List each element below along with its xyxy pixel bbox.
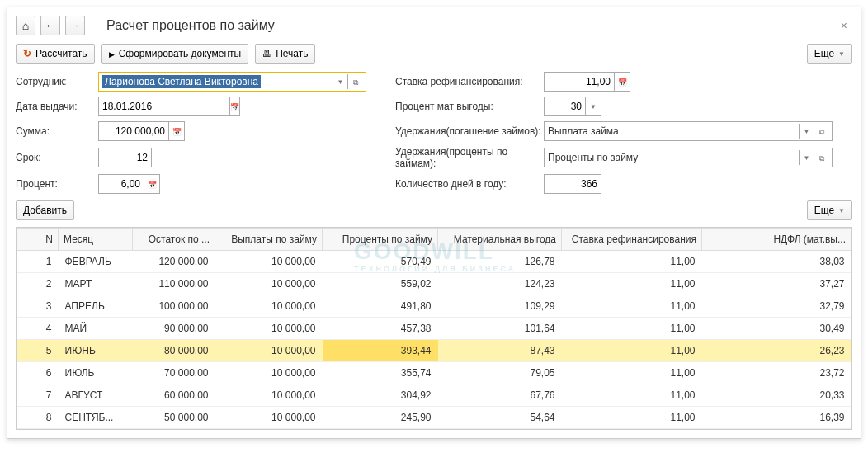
- print-button[interactable]: Печать: [255, 44, 315, 64]
- play-icon: [109, 48, 115, 59]
- dropdown-icon[interactable]: ▼: [799, 124, 814, 139]
- ded-int-label: Удержания(проценты по займам):: [395, 146, 544, 169]
- col-benefit[interactable]: Материальная выгода: [438, 229, 562, 251]
- ded-repay-select[interactable]: Выплата займа ▼: [544, 121, 833, 141]
- percent-input[interactable]: [98, 174, 144, 194]
- arrow-left-icon: [45, 20, 55, 31]
- table-row[interactable]: 6ИЮЛЬ70 000,0010 000,00355,7479,0511,002…: [17, 362, 851, 384]
- col-refin[interactable]: Ставка рефинансирования: [562, 229, 702, 251]
- sum-label: Сумма:: [16, 125, 98, 137]
- table-row[interactable]: 3АПРЕЛЬ100 000,0010 000,00491,80109,2911…: [17, 295, 851, 318]
- dropdown-icon[interactable]: ▼: [799, 150, 814, 165]
- more-button[interactable]: Еще ▼: [807, 44, 852, 64]
- col-payment[interactable]: Выплаты по займу: [215, 229, 323, 251]
- calculate-button[interactable]: Рассчитать: [16, 44, 95, 64]
- dropdown-icon[interactable]: ▼: [585, 97, 601, 116]
- days-input[interactable]: [544, 174, 601, 194]
- close-button[interactable]: ×: [836, 17, 852, 34]
- home-icon: [22, 19, 29, 32]
- calendar-icon[interactable]: [229, 97, 240, 116]
- schedule-table[interactable]: N Месяц Остаток по ... Выплаты по займу …: [17, 228, 851, 429]
- employee-label: Сотрудник:: [16, 76, 98, 87]
- calc-icon[interactable]: [614, 72, 630, 92]
- refresh-icon: [23, 48, 31, 59]
- col-interest[interactable]: Проценты по займу: [323, 229, 438, 251]
- matv-label: Процент мат выгоды:: [395, 101, 544, 112]
- term-label: Срок:: [16, 152, 98, 163]
- ded-repay-label: Удержания(погашение займов):: [395, 125, 544, 137]
- col-month[interactable]: Месяц: [59, 229, 133, 251]
- ded-int-select[interactable]: Проценты по займу ▼: [544, 148, 833, 167]
- arrow-right-icon: [70, 20, 80, 31]
- date-label: Дата выдачи:: [16, 101, 98, 112]
- table-row[interactable]: 1ФЕВРАЛЬ120 000,0010 000,00570,49126,781…: [17, 251, 851, 273]
- open-icon[interactable]: [814, 124, 828, 139]
- refin-label: Ставка рефинансирования:: [395, 76, 544, 87]
- add-button[interactable]: Добавить: [16, 200, 74, 220]
- days-label: Количество дней в году:: [395, 178, 544, 190]
- forward-button[interactable]: [65, 16, 85, 35]
- calc-icon[interactable]: [144, 174, 160, 194]
- refin-input[interactable]: [544, 72, 614, 92]
- employee-select[interactable]: Ларионова Светлана Викторовна ▼: [98, 72, 366, 92]
- table-row[interactable]: 2МАРТ110 000,0010 000,00559,02124,2311,0…: [17, 273, 851, 295]
- percent-label: Процент:: [16, 178, 98, 190]
- page-title: Расчет процентов по займу: [106, 18, 275, 33]
- sum-input[interactable]: [98, 121, 168, 141]
- col-balance[interactable]: Остаток по ...: [133, 229, 215, 251]
- matv-input[interactable]: [544, 97, 585, 116]
- chevron-down-icon: ▼: [838, 207, 845, 214]
- term-input[interactable]: [98, 148, 152, 167]
- back-button[interactable]: [40, 16, 60, 35]
- form-documents-button[interactable]: Сформировать документы: [101, 44, 249, 64]
- open-icon[interactable]: [347, 74, 362, 89]
- table-row[interactable]: 7АВГУСТ60 000,0010 000,00304,9267,7611,0…: [17, 384, 851, 407]
- dropdown-icon[interactable]: ▼: [333, 74, 347, 89]
- calc-icon[interactable]: [168, 121, 185, 141]
- print-icon: [262, 48, 271, 59]
- col-ndfl[interactable]: НДФЛ (мат.вы...: [702, 229, 851, 251]
- table-row[interactable]: 8СЕНТЯБ...50 000,0010 000,00245,9054,641…: [17, 407, 851, 429]
- table-row[interactable]: 5ИЮНЬ80 000,0010 000,00393,4487,4311,002…: [17, 340, 851, 362]
- table-row[interactable]: 4МАЙ90 000,0010 000,00457,38101,6411,003…: [17, 318, 851, 340]
- table-more-button[interactable]: Еще ▼: [807, 200, 852, 220]
- chevron-down-icon: ▼: [838, 50, 845, 58]
- col-n[interactable]: N: [17, 229, 59, 251]
- date-input[interactable]: [98, 97, 229, 116]
- open-icon[interactable]: [814, 150, 828, 165]
- home-button[interactable]: [16, 16, 35, 35]
